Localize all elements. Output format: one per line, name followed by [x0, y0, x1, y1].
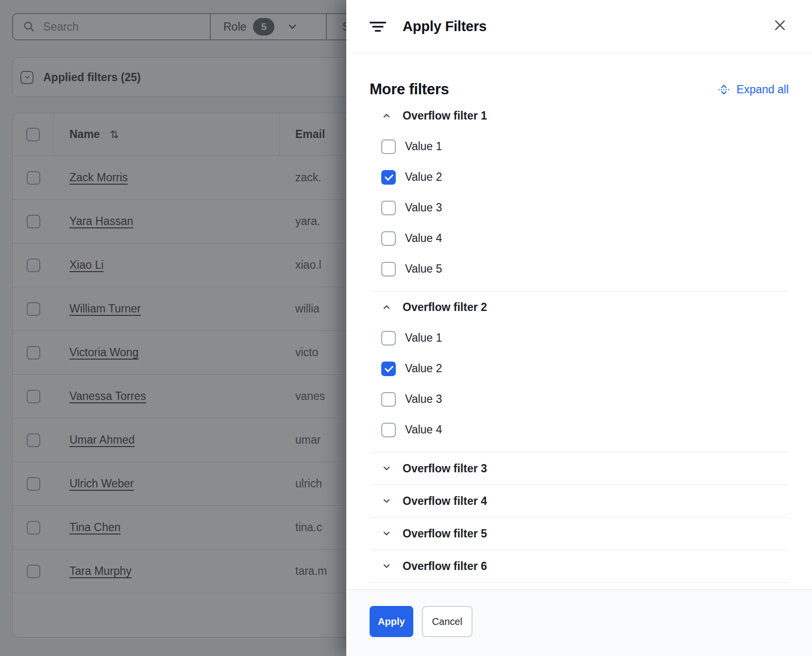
filter-sections: Overflow filter 1 Value 1 Value 2 Value … — [370, 100, 789, 583]
filter-section: Overflow filter 4 — [370, 485, 789, 518]
filter-value-row: Value 3 — [370, 192, 789, 223]
filter-section-title: Overflow filter 6 — [403, 560, 487, 573]
filter-value-row: Value 3 — [370, 384, 789, 414]
filter-section-header[interactable]: Overflow filter 3 — [370, 452, 789, 484]
value-checkbox[interactable] — [381, 423, 396, 437]
filter-value-row: Value 4 — [370, 223, 789, 254]
value-label: Value 5 — [405, 262, 442, 276]
filter-section-title: Overflow filter 3 — [403, 462, 487, 475]
value-checkbox[interactable] — [381, 392, 396, 407]
filter-section-body: Value 1 Value 2 Value 3 Value 4 Value 5 — [370, 131, 789, 284]
value-checkbox[interactable] — [381, 262, 396, 276]
expand-all-label: Expand all — [737, 83, 789, 96]
drawer-title: Apply Filters — [403, 18, 487, 35]
more-filters-row: More filters Expand all — [370, 79, 789, 100]
apply-filters-drawer: Apply Filters More filters — [346, 0, 812, 656]
filter-section: Overflow filter 6 — [370, 550, 789, 583]
section-chevron-icon — [381, 463, 392, 474]
filter-section-title: Overflow filter 5 — [403, 527, 487, 540]
section-chevron-icon — [381, 528, 392, 539]
expand-all-link[interactable]: Expand all — [717, 83, 789, 96]
drawer-footer: Apply Cancel — [346, 589, 812, 656]
value-checkbox[interactable] — [381, 201, 396, 215]
filter-section-header[interactable]: Overflow filter 2 — [370, 292, 789, 323]
value-label: Value 1 — [405, 331, 442, 345]
value-label: Value 1 — [405, 140, 442, 153]
filter-section-header[interactable]: Overflow filter 6 — [370, 550, 789, 582]
value-checkbox[interactable] — [381, 331, 396, 345]
value-label: Value 4 — [405, 423, 442, 436]
close-icon — [773, 18, 787, 33]
value-checkbox[interactable] — [381, 231, 396, 246]
filter-section-header[interactable]: Overflow filter 4 — [370, 485, 789, 517]
apply-button[interactable]: Apply — [370, 606, 413, 637]
filter-section-body: Value 1 Value 2 Value 3 Value 4 — [370, 323, 789, 445]
value-label: Value 2 — [405, 171, 442, 184]
filter-section-title: Overflow filter 1 — [403, 109, 487, 122]
filter-value-row: Value 4 — [370, 414, 789, 445]
value-label: Value 2 — [405, 362, 442, 375]
value-label: Value 4 — [405, 232, 442, 245]
section-chevron-icon — [381, 110, 392, 121]
drawer-content: More filters Expand all — [346, 53, 812, 589]
cancel-button[interactable]: Cancel — [422, 606, 473, 637]
filter-section: Overflow filter 3 — [370, 452, 789, 485]
section-chevron-icon — [381, 496, 392, 506]
section-chevron-icon — [381, 302, 392, 312]
filter-icon — [370, 20, 386, 34]
filter-section-header[interactable]: Overflow filter 5 — [370, 518, 789, 550]
section-chevron-icon — [381, 561, 392, 571]
filter-section: Overflow filter 1 Value 1 Value 2 Value … — [370, 100, 789, 292]
filter-value-row: Value 1 — [370, 323, 789, 353]
value-checkbox[interactable] — [381, 170, 396, 185]
expand-all-icon — [717, 83, 730, 96]
filter-section: Overflow filter 2 Value 1 Value 2 Value … — [370, 292, 789, 452]
filter-value-row: Value 2 — [370, 353, 789, 384]
value-checkbox[interactable] — [381, 362, 396, 376]
filter-section: Overflow filter 5 — [370, 518, 789, 550]
filter-value-row: Value 5 — [370, 254, 789, 284]
filter-value-row: Value 2 — [370, 162, 789, 192]
drawer-header: Apply Filters — [346, 0, 812, 53]
value-label: Value 3 — [405, 393, 442, 406]
value-label: Value 3 — [405, 201, 442, 214]
filter-section-title: Overflow filter 4 — [403, 495, 487, 508]
value-checkbox[interactable] — [381, 139, 396, 154]
more-filters-heading: More filters — [370, 81, 449, 98]
close-button[interactable] — [769, 15, 791, 36]
filter-value-row: Value 1 — [370, 131, 789, 162]
filter-section-header[interactable]: Overflow filter 1 — [370, 100, 789, 131]
app-root: Search Role 5 S Applied filt — [0, 0, 812, 656]
filter-section-title: Overflow filter 2 — [403, 301, 487, 314]
